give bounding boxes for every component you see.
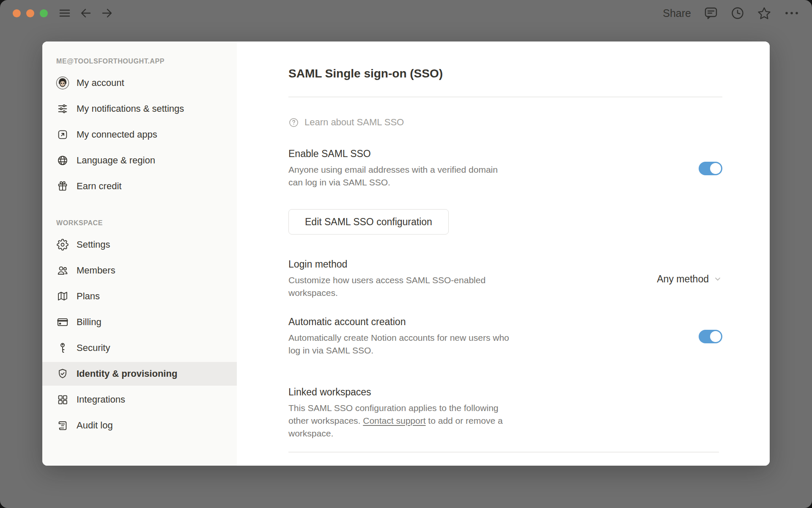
sidebar-item-billing[interactable]: Billing [42,310,237,334]
window-controls [13,9,48,17]
sidebar-item-language-region[interactable]: Language & region [42,149,237,172]
sidebar-item-security[interactable]: Security [42,336,237,360]
favorite-star-icon[interactable] [757,6,771,20]
account-section-header: ME@TOOLSFORTHOUGHT.APP [42,57,237,66]
toggle-knob [710,331,721,342]
linked-workspaces-description: This SAML SSO configuration applies to t… [288,402,510,440]
learn-about-saml-link[interactable]: Learn about SAML SSO [288,117,722,128]
enable-saml-heading: Enable SAML SSO [288,148,510,160]
sidebar-item-label: Audit log [77,420,113,431]
sidebar-item-notifications-settings[interactable]: My notifications & settings [42,97,237,121]
more-options-icon[interactable] [784,11,799,16]
sidebar-item-audit-log[interactable]: Audit log [42,414,237,437]
enable-saml-section: Enable SAML SSO Anyone using email addre… [288,148,722,189]
sidebar-item-label: Identity & provisioning [77,368,177,379]
chevron-down-icon [713,274,722,284]
sidebar-item-members[interactable]: Members [42,259,237,282]
sidebar-item-label: Earn credit [77,181,121,192]
sidebar-item-my-account[interactable]: My account [42,71,237,95]
sidebar-item-settings[interactable]: Settings [42,233,237,257]
sidebar-item-label: My account [77,77,124,88]
workspace-section-header: WORKSPACE [42,218,237,228]
scroll-icon [56,419,69,432]
linked-workspaces-section: Linked workspaces This SAML SSO configur… [288,387,722,440]
login-method-description: Customize how users access SAML SSO-enab… [288,274,510,299]
enable-saml-toggle[interactable] [699,162,722,175]
sliders-icon [56,102,69,115]
sidebar-item-label: Security [77,342,110,353]
history-clock-icon[interactable] [731,6,744,20]
zoom-button[interactable] [40,9,48,17]
login-method-value: Any method [657,273,709,285]
divider [288,97,722,97]
settings-dialog: ME@TOOLSFORTHOUGHT.APP My account [42,41,770,466]
sidebar-item-label: My connected apps [77,129,157,140]
edit-saml-config-button[interactable]: Edit SAML SSO configuration [288,209,449,235]
grid-icon [56,393,69,406]
hamburger-menu-icon[interactable] [59,8,71,18]
login-method-dropdown[interactable]: Any method [657,273,722,285]
contact-support-link[interactable]: Contact support [363,416,425,425]
app-window: Share ME@TOOLSFORTHOUGHT.APP [0,0,812,508]
close-button[interactable] [13,9,21,17]
auto-account-heading: Automatic account creation [288,316,510,328]
saml-settings-panel: SAML Single sign-on (SSO) Learn about SA… [237,41,770,466]
sidebar-item-label: Plans [77,291,100,302]
credit-card-icon [56,316,69,329]
page-title: SAML Single sign-on (SSO) [288,67,722,80]
learn-link-label: Learn about SAML SSO [304,117,404,128]
shield-check-icon [56,367,69,380]
divider [288,452,719,453]
auto-account-section: Automatic account creation Automatically… [288,316,722,357]
share-button[interactable]: Share [663,7,691,19]
avatar [56,77,69,89]
login-method-heading: Login method [288,259,510,270]
enable-saml-description: Anyone using email addresses with a veri… [288,163,510,189]
help-circle-icon [288,117,299,128]
sidebar-item-earn-credit[interactable]: Earn credit [42,174,237,198]
sidebar-item-plans[interactable]: Plans [42,284,237,308]
arrow-up-right-square-icon [56,128,69,141]
back-icon[interactable] [80,8,92,19]
auto-account-description: Automatically create Notion accounts for… [288,331,510,357]
sidebar-item-identity-provisioning[interactable]: Identity & provisioning [42,362,237,386]
auto-account-toggle[interactable] [699,330,722,343]
login-method-section: Login method Customize how users access … [288,259,722,299]
sidebar-item-label: Members [77,265,115,276]
settings-sidebar: ME@TOOLSFORTHOUGHT.APP My account [42,41,237,466]
sidebar-item-connected-apps[interactable]: My connected apps [42,123,237,146]
comments-icon[interactable] [704,6,718,20]
gift-icon [56,180,69,193]
gear-icon [56,238,69,251]
sidebar-item-label: Language & region [77,155,155,166]
key-icon [56,342,69,354]
sidebar-item-integrations[interactable]: Integrations [42,388,237,411]
sidebar-item-label: Billing [77,317,102,328]
sidebar-item-label: My notifications & settings [77,103,184,114]
map-icon [56,290,69,303]
members-icon [56,264,69,277]
sidebar-item-label: Settings [77,239,110,250]
minimize-button[interactable] [26,9,34,17]
sidebar-item-label: Integrations [77,394,125,405]
globe-icon [56,154,69,167]
forward-icon[interactable] [101,8,113,19]
linked-workspaces-heading: Linked workspaces [288,387,510,398]
toggle-knob [710,163,721,174]
titlebar: Share [0,0,812,26]
